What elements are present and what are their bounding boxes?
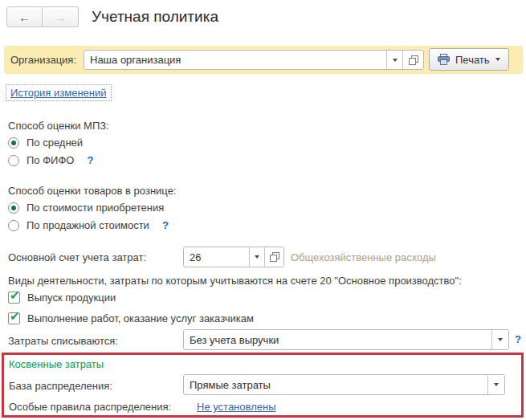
forward-arrow-icon: →	[55, 10, 67, 24]
main-account-comment: Общехозяйственные расходы	[291, 251, 436, 263]
forward-button[interactable]: →	[43, 6, 79, 27]
radio-option-po-sredney[interactable]: По средней	[8, 137, 83, 149]
checkmark-icon: ✔	[10, 288, 20, 303]
print-button[interactable]: Печать	[429, 48, 509, 71]
organization-value[interactable]: Наша организация	[84, 51, 386, 69]
radio-label: По продажной стоимости	[27, 219, 149, 231]
main-account-value[interactable]: 26	[184, 247, 249, 267]
radio-option-po-stoimosti[interactable]: По стоимости приобретения	[8, 202, 164, 214]
special-rules-link[interactable]: Не установлены	[197, 401, 275, 413]
radio-label: По средней	[27, 137, 83, 149]
writeoff-dropdown-button[interactable]	[491, 330, 508, 349]
activities-label: Виды деятельности, затраты по которым уч…	[8, 275, 462, 287]
help-icon[interactable]: ?	[515, 333, 521, 345]
organization-dropdown-button[interactable]	[386, 51, 402, 69]
distribution-base-field[interactable]: Прямые затраты	[183, 374, 505, 395]
chevron-down-icon	[494, 383, 499, 386]
checkmark-icon: ✔	[10, 309, 20, 324]
chevron-down-icon	[393, 59, 398, 62]
writeoff-label: Затраты списываются:	[8, 335, 118, 347]
radio-icon[interactable]	[8, 137, 19, 149]
radio-option-po-prodazhnoy[interactable]: По продажной стоимости ?	[8, 219, 169, 231]
chevron-down-icon	[498, 338, 503, 341]
open-link-icon	[409, 55, 418, 65]
back-button[interactable]: ←	[6, 6, 43, 27]
radio-label: По ФИФО	[27, 154, 74, 166]
radio-icon[interactable]	[8, 155, 19, 166]
checkbox-label: Выпуск продукции	[27, 292, 116, 304]
history-link[interactable]: История изменений	[6, 84, 112, 101]
distribution-base-dropdown-button[interactable]	[487, 375, 504, 394]
chevron-down-icon	[255, 255, 259, 259]
checkbox-icon[interactable]: ✔	[8, 292, 20, 304]
help-icon[interactable]: ?	[87, 154, 93, 166]
nav-history-group: ← →	[6, 6, 79, 27]
radio-option-po-fifo[interactable]: По ФИФО ?	[8, 154, 93, 166]
help-icon[interactable]: ?	[162, 219, 169, 231]
organization-label: Организация:	[10, 54, 76, 66]
mpz-group-label: Способ оценки МПЗ:	[8, 120, 109, 132]
open-link-icon	[270, 252, 279, 262]
print-button-label: Печать	[455, 54, 490, 66]
accounting-policy-window: ← → Учетная политика Организация: Наша о…	[0, 0, 526, 420]
print-caret-icon	[495, 58, 500, 61]
main-account-dropdown-button[interactable]	[249, 247, 264, 267]
page-title: Учетная политика	[92, 8, 218, 26]
radio-icon[interactable]	[8, 202, 19, 214]
checkbox-label: Выполнение работ, оказание услуг заказчи…	[27, 312, 254, 324]
checkbox-option-vypusk[interactable]: ✔ Выпуск продукции	[8, 292, 116, 304]
main-account-label: Основной счет учета затрат:	[8, 251, 146, 263]
radio-icon[interactable]	[8, 220, 19, 231]
organization-open-button[interactable]	[402, 51, 423, 69]
indirect-costs-title: Косвенные затраты	[9, 358, 104, 370]
special-rules-label: Особые правила распределения:	[9, 401, 171, 413]
printer-icon	[438, 54, 450, 65]
organization-field[interactable]: Наша организация	[84, 50, 424, 70]
back-arrow-icon: ←	[18, 10, 31, 24]
command-bar: Организация: Наша организация Печать	[4, 46, 523, 74]
radio-label: По стоимости приобретения	[27, 202, 164, 214]
distribution-base-label: База распределения:	[9, 380, 112, 392]
checkbox-option-vypolnenie[interactable]: ✔ Выполнение работ, оказание услуг заказ…	[8, 312, 254, 324]
writeoff-field[interactable]: Без учета выручки	[183, 329, 509, 350]
main-account-open-button[interactable]	[264, 247, 283, 267]
writeoff-value[interactable]: Без учета выручки	[184, 330, 491, 349]
checkbox-icon[interactable]: ✔	[8, 312, 20, 324]
distribution-base-value[interactable]: Прямые затраты	[184, 375, 487, 394]
main-account-field[interactable]: 26	[183, 247, 284, 267]
retail-group-label: Способ оценки товаров в рознице:	[8, 185, 176, 197]
